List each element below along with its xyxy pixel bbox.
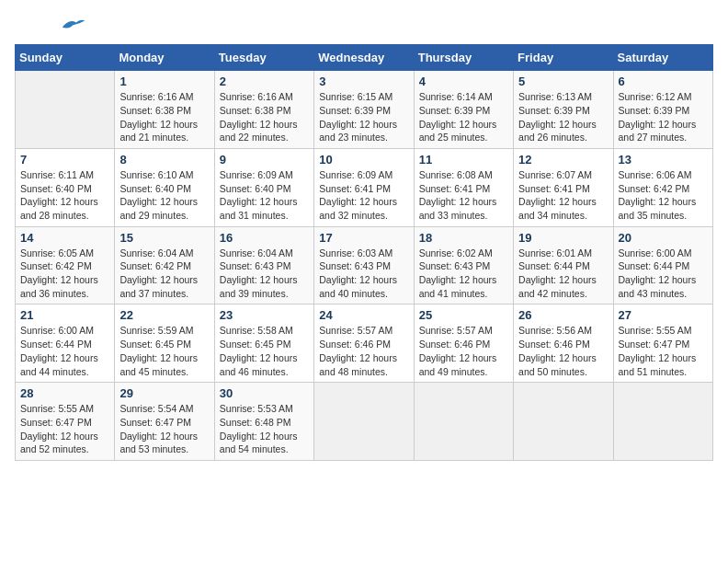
calendar-day-cell: 15Sunrise: 6:04 AM Sunset: 6:42 PM Dayli… [115,226,214,304]
calendar-day-cell: 6Sunrise: 6:12 AM Sunset: 6:39 PM Daylig… [613,71,712,149]
day-info: Sunrise: 6:11 AM Sunset: 6:40 PM Dayligh… [20,168,109,223]
day-info: Sunrise: 6:00 AM Sunset: 6:44 PM Dayligh… [619,247,708,301]
calendar-day-cell: 1Sunrise: 6:16 AM Sunset: 6:38 PM Daylig… [115,71,214,149]
calendar-day-cell: 8Sunrise: 6:10 AM Sunset: 6:40 PM Daylig… [115,148,214,226]
calendar-day-cell [314,383,414,461]
calendar-header-row: SundayMondayTuesdayWednesdayThursdayFrid… [16,45,713,71]
calendar-day-cell: 18Sunrise: 6:02 AM Sunset: 6:43 PM Dayli… [414,226,513,304]
calendar-day-cell: 27Sunrise: 5:55 AM Sunset: 6:47 PM Dayli… [613,304,712,383]
calendar-day-cell: 12Sunrise: 6:07 AM Sunset: 6:41 PM Dayli… [514,148,613,226]
calendar-week-row: 28Sunrise: 5:55 AM Sunset: 6:47 PM Dayli… [16,383,713,461]
day-of-week-header: Wednesday [314,45,414,71]
calendar-week-row: 21Sunrise: 6:00 AM Sunset: 6:44 PM Dayli… [16,304,713,383]
calendar-day-cell: 13Sunrise: 6:06 AM Sunset: 6:42 PM Dayli… [613,148,712,226]
day-number: 2 [220,75,309,88]
day-info: Sunrise: 6:15 AM Sunset: 6:39 PM Dayligh… [319,90,408,144]
day-number: 12 [518,153,608,167]
day-info: Sunrise: 5:58 AM Sunset: 6:45 PM Dayligh… [220,324,309,378]
day-info: Sunrise: 6:08 AM Sunset: 6:41 PM Dayligh… [419,168,508,223]
day-info: Sunrise: 5:57 AM Sunset: 6:46 PM Dayligh… [319,324,408,378]
calendar-day-cell [514,383,613,461]
calendar-day-cell [16,71,115,149]
day-info: Sunrise: 6:14 AM Sunset: 6:39 PM Dayligh… [419,90,508,144]
day-of-week-header: Friday [514,45,613,71]
day-info: Sunrise: 6:05 AM Sunset: 6:42 PM Dayligh… [20,247,109,301]
calendar-day-cell [414,383,513,461]
calendar-day-cell: 3Sunrise: 6:15 AM Sunset: 6:39 PM Daylig… [314,71,414,149]
calendar-day-cell: 10Sunrise: 6:09 AM Sunset: 6:41 PM Dayli… [314,148,414,226]
day-number: 22 [119,308,209,322]
day-info: Sunrise: 6:01 AM Sunset: 6:44 PM Dayligh… [518,247,608,301]
calendar-table: SundayMondayTuesdayWednesdayThursdayFrid… [15,44,713,461]
day-info: Sunrise: 6:09 AM Sunset: 6:40 PM Dayligh… [220,168,309,223]
calendar-day-cell: 23Sunrise: 5:58 AM Sunset: 6:45 PM Dayli… [214,304,313,383]
day-number: 18 [419,231,508,245]
page-header [15,15,713,37]
day-number: 1 [119,75,209,88]
day-number: 9 [220,153,309,167]
calendar-day-cell: 22Sunrise: 5:59 AM Sunset: 6:45 PM Dayli… [115,304,214,383]
day-number: 24 [319,308,408,322]
day-info: Sunrise: 6:02 AM Sunset: 6:43 PM Dayligh… [419,247,508,301]
calendar-week-row: 14Sunrise: 6:05 AM Sunset: 6:42 PM Dayli… [16,226,713,304]
calendar-day-cell: 24Sunrise: 5:57 AM Sunset: 6:46 PM Dayli… [314,304,414,383]
calendar-day-cell: 11Sunrise: 6:08 AM Sunset: 6:41 PM Dayli… [414,148,513,226]
calendar-day-cell: 2Sunrise: 6:16 AM Sunset: 6:38 PM Daylig… [214,71,313,149]
calendar-day-cell: 7Sunrise: 6:11 AM Sunset: 6:40 PM Daylig… [16,148,115,226]
day-number: 28 [20,386,109,400]
logo-bird-icon [59,16,86,32]
day-number: 11 [419,153,508,167]
day-number: 3 [319,75,408,88]
day-info: Sunrise: 5:53 AM Sunset: 6:48 PM Dayligh… [220,402,309,456]
day-of-week-header: Sunday [16,45,115,71]
logo [15,15,86,37]
calendar-week-row: 1Sunrise: 6:16 AM Sunset: 6:38 PM Daylig… [16,71,713,149]
calendar-day-cell: 28Sunrise: 5:55 AM Sunset: 6:47 PM Dayli… [16,383,115,461]
day-info: Sunrise: 6:09 AM Sunset: 6:41 PM Dayligh… [319,168,408,223]
calendar-day-cell: 17Sunrise: 6:03 AM Sunset: 6:43 PM Dayli… [314,226,414,304]
day-number: 16 [220,231,309,245]
day-info: Sunrise: 6:07 AM Sunset: 6:41 PM Dayligh… [518,168,608,223]
day-info: Sunrise: 6:13 AM Sunset: 6:39 PM Dayligh… [518,90,608,144]
day-info: Sunrise: 5:55 AM Sunset: 6:47 PM Dayligh… [20,402,109,456]
calendar-day-cell: 20Sunrise: 6:00 AM Sunset: 6:44 PM Dayli… [613,226,712,304]
day-number: 20 [619,231,708,245]
day-of-week-header: Monday [115,45,214,71]
day-info: Sunrise: 6:06 AM Sunset: 6:42 PM Dayligh… [619,168,708,223]
day-number: 8 [119,153,209,167]
day-info: Sunrise: 6:03 AM Sunset: 6:43 PM Dayligh… [319,247,408,301]
day-number: 7 [20,153,109,167]
day-info: Sunrise: 6:16 AM Sunset: 6:38 PM Dayligh… [220,90,309,144]
day-info: Sunrise: 6:00 AM Sunset: 6:44 PM Dayligh… [20,324,109,378]
day-info: Sunrise: 6:04 AM Sunset: 6:43 PM Dayligh… [220,247,309,301]
day-number: 21 [20,308,109,322]
day-number: 5 [518,75,608,88]
day-info: Sunrise: 6:10 AM Sunset: 6:40 PM Dayligh… [119,168,209,223]
day-number: 30 [220,386,309,400]
calendar-day-cell: 19Sunrise: 6:01 AM Sunset: 6:44 PM Dayli… [514,226,613,304]
day-number: 14 [20,231,109,245]
day-number: 4 [419,75,508,88]
day-info: Sunrise: 6:12 AM Sunset: 6:39 PM Dayligh… [619,90,708,144]
day-info: Sunrise: 6:04 AM Sunset: 6:42 PM Dayligh… [119,247,209,301]
day-info: Sunrise: 6:16 AM Sunset: 6:38 PM Dayligh… [119,90,209,144]
day-number: 26 [518,308,608,322]
day-info: Sunrise: 5:54 AM Sunset: 6:47 PM Dayligh… [119,402,209,456]
day-number: 17 [319,231,408,245]
calendar-day-cell: 21Sunrise: 6:00 AM Sunset: 6:44 PM Dayli… [16,304,115,383]
day-number: 15 [119,231,209,245]
calendar-day-cell: 5Sunrise: 6:13 AM Sunset: 6:39 PM Daylig… [514,71,613,149]
day-number: 29 [119,386,209,400]
day-of-week-header: Thursday [414,45,513,71]
calendar-day-cell [613,383,712,461]
calendar-day-cell: 16Sunrise: 6:04 AM Sunset: 6:43 PM Dayli… [214,226,313,304]
calendar-day-cell: 30Sunrise: 5:53 AM Sunset: 6:48 PM Dayli… [214,383,313,461]
day-of-week-header: Saturday [613,45,712,71]
calendar-day-cell: 26Sunrise: 5:56 AM Sunset: 6:46 PM Dayli… [514,304,613,383]
day-info: Sunrise: 5:55 AM Sunset: 6:47 PM Dayligh… [619,324,708,378]
day-number: 19 [518,231,608,245]
calendar-day-cell: 14Sunrise: 6:05 AM Sunset: 6:42 PM Dayli… [16,226,115,304]
calendar-week-row: 7Sunrise: 6:11 AM Sunset: 6:40 PM Daylig… [16,148,713,226]
day-number: 23 [220,308,309,322]
calendar-day-cell: 4Sunrise: 6:14 AM Sunset: 6:39 PM Daylig… [414,71,513,149]
